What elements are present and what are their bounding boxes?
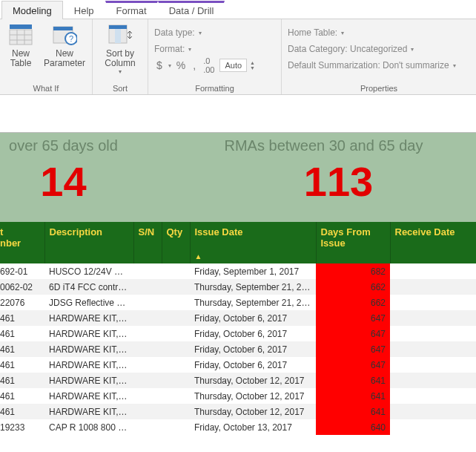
cell-days: 682 [316,263,390,279]
cell-receive [390,295,476,310]
format-label: Format: [154,44,185,54]
table-row[interactable]: 461HARDWARE KIT, SF...Friday, October 6,… [0,326,476,341]
format-tool-row: $▾ % , .0.00 Auto ▲▼ [154,58,275,73]
cell-description: JDSG Reflective Sen... [44,295,133,310]
table-row[interactable]: 461HARDWARE KIT, SF...Thursday, October … [0,388,476,404]
percent-button[interactable]: % [174,59,188,71]
cell-description: HARDWARE KIT, SF... [44,357,133,373]
tab-datadrill[interactable]: Data / Drill [158,1,225,19]
cell-number: 0062-02 [0,279,44,295]
summarization-label: Default Summarization: Don't summarize [288,60,449,71]
decimal-stepper[interactable]: ▲▼ [250,60,255,71]
format-row[interactable]: Format: ▾ [154,42,275,56]
btn-new-table[interactable]: NewTable [6,22,36,68]
svg-rect-7 [53,27,73,30]
cell-qty [162,404,190,419]
kpi-right[interactable]: RMAs between 30 and 65 day 113 [201,133,476,222]
ribbon-body: NewTable ? NewParameter What If Sort byC… [0,19,476,95]
cell-number: 22076 [0,295,44,310]
datatype-label: Data type: [154,27,195,38]
table-row[interactable]: 461HARDWARE KIT, SF...Friday, October 6,… [0,357,476,373]
cell-number: 461 [0,357,44,373]
group-properties: Home Table: ▾ Data Category: Uncategoriz… [282,19,476,94]
table-icon [8,22,33,48]
col-qty[interactable]: Qty [162,222,190,263]
table-row[interactable]: 461HARDWARE KIT, SF...Friday, October 6,… [0,310,476,326]
table-row[interactable]: 461HARDWARE KIT, SF...Friday, October 6,… [0,341,476,357]
cell-description: HUSCO 12/24V HVC [44,263,133,279]
col-description[interactable]: Description [44,222,133,263]
hometable-row[interactable]: Home Table: ▾ [288,25,470,40]
decimal-auto[interactable]: Auto [219,59,247,72]
cell-number: 461 [0,326,44,341]
chevron-down-icon: ▾ [119,68,122,75]
cell-receive [390,341,476,357]
cell-days: 647 [316,357,390,373]
sort-asc-icon: ▲ [195,252,202,261]
currency-button[interactable]: $ [154,59,165,71]
cell-receive [390,373,476,388]
group-formatting: Data type: ▾ Format: ▾ $▾ % , .0.00 Auto… [148,19,282,94]
report-canvas: over 65 days old 14 RMAs between 30 and … [0,132,476,435]
cell-number: 461 [0,373,44,388]
table-row[interactable]: 461HARDWARE KIT, SF...Thursday, October … [0,373,476,388]
chevron-down-icon: ▾ [198,30,202,36]
cell-qty [162,373,190,388]
chevron-down-icon: ▾ [188,46,191,53]
table-row[interactable]: 22076JDSG Reflective Sen...Thursday, Sep… [0,295,476,310]
table-header-row: tnber Description S/N Qty Issue Date▲ Da… [0,222,476,263]
cell-issue: Friday, September 1, 2017 [190,263,316,279]
svg-rect-12 [115,29,121,43]
cell-qty [162,279,190,295]
chevron-down-icon: ▾ [452,62,456,69]
cell-sn [133,357,162,373]
cell-receive [390,310,476,326]
btn-new-parameter-label: NewParameter [44,49,85,68]
table-row[interactable]: 19233CAP R 1008 800 10 ...Friday, Octobe… [0,419,476,435]
cell-qty [162,341,190,357]
cell-receive [390,279,476,295]
cell-description: 6D iT4 FCC controll... [44,279,133,295]
decimal-button[interactable]: .0.00 [201,56,216,74]
cell-sn [133,279,162,295]
cell-description: HARDWARE KIT, SF... [44,326,133,341]
cell-number: 692-01 [0,263,44,279]
col-days-from-issue[interactable]: Days From Issue [316,222,390,263]
cell-number: 19233 [0,419,44,435]
col-number[interactable]: tnber [0,222,44,263]
btn-sort-by-column[interactable]: Sort byColumn ▾ [99,22,142,75]
group-sort: Sort byColumn ▾ Sort [93,19,148,94]
table-row[interactable]: 0062-026D iT4 FCC controll...Thursday, S… [0,279,476,295]
datacategory-row[interactable]: Data Category: Uncategorized ▾ [288,42,470,56]
table-row[interactable]: 692-01HUSCO 12/24V HVCFriday, September … [0,263,476,279]
cell-issue: Thursday, September 21, 2017 [190,295,316,310]
cell-sn [133,404,162,419]
cell-qty [162,419,190,435]
kpi-right-title: RMAs between 30 and 65 day [171,137,476,154]
svg-text:?: ? [69,34,73,43]
cell-issue: Thursday, September 21, 2017 [190,279,316,295]
tab-modeling[interactable]: Modeling [1,1,63,19]
parameter-icon: ? [52,22,77,48]
cell-issue: Friday, October 6, 2017 [190,357,316,373]
cell-qty [162,295,190,310]
cell-days: 641 [316,404,390,419]
datatype-row[interactable]: Data type: ▾ [154,25,275,40]
col-issue-label: Issue Date [195,226,243,238]
tab-help[interactable]: Help [63,1,105,19]
comma-button[interactable]: , [191,59,198,71]
table-row[interactable]: 461HARDWARE KIT, SF...Thursday, October … [0,404,476,419]
summarization-row[interactable]: Default Summarization: Don't summarize ▾ [288,58,470,73]
data-table[interactable]: tnber Description S/N Qty Issue Date▲ Da… [0,222,476,435]
col-receive-date[interactable]: Receive Date [390,222,476,263]
tab-format[interactable]: Format [105,1,158,19]
cell-days: 647 [316,341,390,357]
col-issue-date[interactable]: Issue Date▲ [190,222,316,263]
btn-new-parameter[interactable]: ? NewParameter [43,22,86,68]
cell-sn [133,341,162,357]
cell-number: 461 [0,404,44,419]
kpi-band: over 65 days old 14 RMAs between 30 and … [0,133,476,222]
cell-sn [133,373,162,388]
cell-sn [133,326,162,341]
col-sn[interactable]: S/N [133,222,162,263]
